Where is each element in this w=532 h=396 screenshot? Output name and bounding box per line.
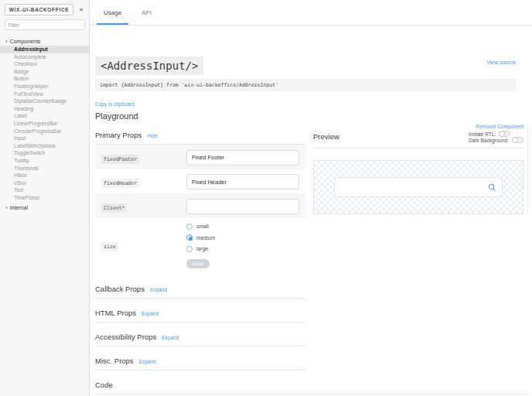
chevron-right-icon: › <box>5 206 8 210</box>
preview-canvas <box>313 160 523 214</box>
address-input-preview[interactable] <box>334 177 503 197</box>
sidebar-item[interactable]: Thumbnail <box>0 165 89 172</box>
sidebar-item[interactable]: Label <box>0 112 89 120</box>
tab-bar: Usage API <box>90 0 532 26</box>
sidebar-item[interactable]: Input <box>0 135 89 142</box>
playground-title: Playground <box>95 111 528 121</box>
divider <box>313 148 523 148</box>
fixedfooter-input[interactable] <box>186 150 299 166</box>
sidebar-item[interactable]: CircularProgressBar <box>0 128 89 135</box>
radio-icon <box>186 224 193 230</box>
search-icon <box>488 183 496 192</box>
prop-row-fixedheader: fixedHeader <box>95 169 305 194</box>
size-radio-group: small medium large <box>186 221 299 255</box>
prop-section: HTML Props Expand <box>95 309 305 323</box>
size-radio-option[interactable]: small <box>186 221 299 233</box>
toggle-switch[interactable] <box>499 131 510 137</box>
component-list: AddressInput Autocomplete Checkbox Badge… <box>0 46 89 201</box>
tab[interactable]: Usage <box>97 0 128 25</box>
expand-link[interactable]: Expand <box>142 311 159 316</box>
divider <box>95 370 305 370</box>
prop-row-size: size small <box>95 218 305 275</box>
sidebar-item[interactable]: TimePicker <box>0 194 89 202</box>
app-title-button[interactable]: WIX-UI-BACKOFFICE <box>5 4 73 15</box>
expand-link[interactable]: Expand <box>139 359 156 364</box>
sidebar-item[interactable]: FloatingHelper <box>0 83 89 90</box>
expand-link[interactable]: Expand <box>162 335 179 340</box>
toggle-switch[interactable] <box>512 137 523 143</box>
sidebar-item[interactable]: Checkbox <box>0 60 89 68</box>
toggle-row: Dark Background: <box>469 137 523 143</box>
preview-column: Preview Remount Component Imitate RTL: <box>313 124 528 214</box>
sidebar-item[interactable]: VBox <box>0 179 89 187</box>
chevron-right-icon: › <box>5 39 8 44</box>
preview-toggles: Imitate RTL: Dark Background: <box>469 131 523 143</box>
sidebar-item[interactable]: StylableCounterBadge <box>0 97 89 105</box>
divider <box>95 346 305 346</box>
sidebar-section-components[interactable]: › Components <box>0 37 89 46</box>
sidebar-item[interactable]: Badge <box>0 68 89 76</box>
prop-section-title: Callback Props <box>95 285 145 293</box>
filter-input[interactable] <box>5 19 85 30</box>
prop-sections: Callback Props Expand HTML Props Expand <box>95 285 305 370</box>
view-source-link[interactable]: View source <box>486 60 516 65</box>
size-radio-option[interactable]: large <box>186 244 299 255</box>
hide-link[interactable]: Hide <box>147 133 157 138</box>
toggle-label: Imitate RTL: <box>469 131 496 137</box>
size-radio-option[interactable]: medium <box>186 232 299 244</box>
sidebar-item[interactable]: AddressInput <box>0 46 89 53</box>
toggle-label: Dark Background: <box>469 138 509 143</box>
code-title: Code <box>95 381 113 389</box>
sidebar-item[interactable]: Heading <box>0 105 89 113</box>
prop-section: Accessibility Props Expand <box>95 333 305 346</box>
sidebar-item[interactable]: HBox <box>0 172 89 179</box>
sidebar-section-internal[interactable]: › Internal <box>0 203 89 212</box>
prop-name: size <box>101 242 118 251</box>
code-section: Code Copy to clipboard <AddressInput <box>95 381 528 396</box>
radio-icon <box>186 246 193 252</box>
divider <box>95 394 528 394</box>
client-input[interactable] <box>186 199 299 214</box>
sidebar-item[interactable]: LabelWithOptions <box>0 142 89 150</box>
sidebar-item[interactable]: Button <box>0 75 89 83</box>
sidebar-item[interactable]: FullTextView <box>0 90 89 98</box>
divider <box>95 298 305 299</box>
component-tree: › Components AddressInput Autocomplete C… <box>0 37 89 212</box>
tab[interactable]: API <box>135 0 159 25</box>
sidebar-item[interactable]: Autocomplete <box>0 53 89 61</box>
import-statement: import {AddressInput} from 'wix-ui-backo… <box>95 79 516 91</box>
primary-props-title: Primary Props <box>95 131 142 139</box>
radio-label: small <box>196 224 209 229</box>
prop-row-fixedfooter: fixedFooter <box>95 145 305 169</box>
internal-section-label: Internal <box>10 205 28 210</box>
preview-title: Preview <box>313 132 339 141</box>
sidebar-item[interactable]: LinearProgressBar <box>0 120 89 128</box>
expand-link[interactable]: Expand <box>150 287 167 292</box>
divider <box>95 322 305 323</box>
clear-button[interactable]: Clear <box>186 259 210 268</box>
props-column: Primary Props Hide fixedFooter fixedHead… <box>95 124 305 370</box>
toggle-row: Imitate RTL: <box>469 131 523 137</box>
close-icon[interactable]: ✕ <box>77 5 86 15</box>
prop-section: Callback Props Expand <box>95 285 305 299</box>
prop-name: fixedHeader <box>101 179 139 188</box>
main-panel: Usage API <AddressInput/> View source im… <box>90 0 532 396</box>
sidebar-item[interactable]: Tooltip <box>0 157 89 165</box>
prop-section: Misc. Props Expand <box>95 357 305 370</box>
prop-section-title: Misc. Props <box>95 357 134 365</box>
toggle-knob <box>512 137 518 143</box>
sidebar-header: WIX-UI-BACKOFFICE ✕ <box>0 4 89 15</box>
component-title: <AddressInput/> <box>95 56 203 75</box>
doc-content: <AddressInput/> View source import {Addr… <box>90 56 532 396</box>
prop-section-title: Accessibility Props <box>95 333 156 341</box>
copy-clipboard-link[interactable]: Copy to clipboard <box>95 101 135 107</box>
remount-component-link[interactable]: Remount Component <box>476 124 523 129</box>
radio-label: large <box>196 246 208 251</box>
sidebar: WIX-UI-BACKOFFICE ✕ › Components Address… <box>0 0 90 396</box>
components-section-label: Components <box>10 39 41 44</box>
sidebar-item[interactable]: ToggleSwitch <box>0 149 89 157</box>
sidebar-item[interactable]: Text <box>0 186 89 194</box>
prop-row-client: Client* <box>95 193 305 218</box>
fixedheader-input[interactable] <box>186 174 299 189</box>
toggle-knob <box>499 131 505 137</box>
